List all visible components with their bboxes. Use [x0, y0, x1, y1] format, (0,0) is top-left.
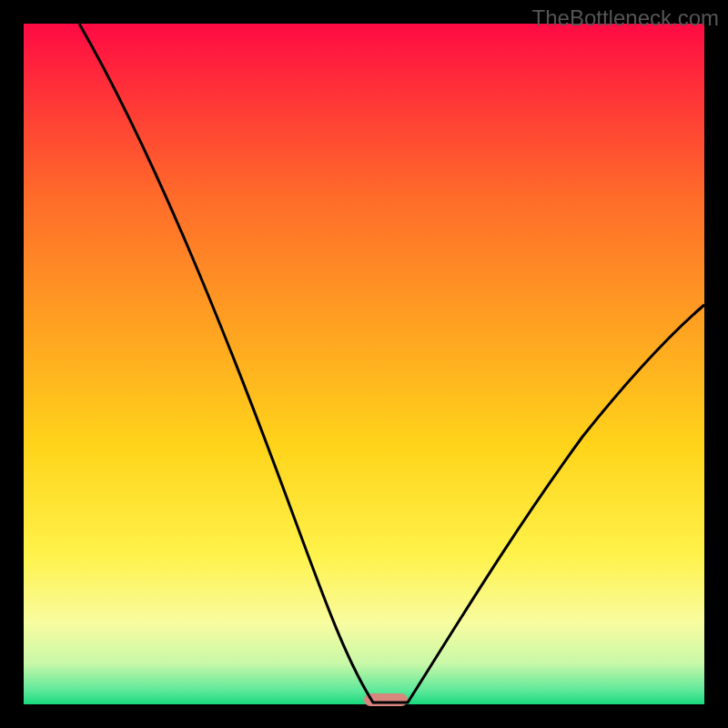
- plot-background: [24, 24, 704, 704]
- watermark-text: TheBottleneck.com: [532, 5, 719, 31]
- bottleneck-chart: [0, 0, 728, 728]
- chart-container: TheBottleneck.com: [0, 0, 728, 728]
